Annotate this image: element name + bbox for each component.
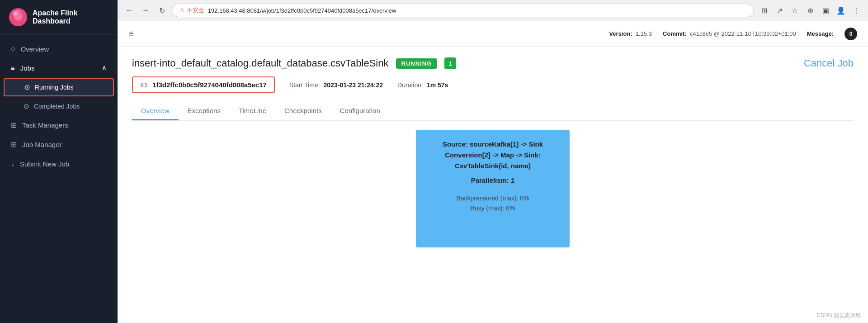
star-button[interactable]: ☆ [788, 4, 801, 17]
jobs-icon: ≡ [11, 64, 15, 72]
sidebar: Apache Flink Dashboard ○ Overview ≡ Jobs… [0, 0, 118, 323]
commit-value: c41c8e5 @ 2022-11-10T10:39:02+01:00 [690, 30, 796, 37]
forward-button[interactable]: → [139, 4, 152, 17]
duration-label: Duration: [397, 81, 423, 89]
job-duration: Duration: 1m 57s [397, 81, 448, 89]
translate-button[interactable]: ⊞ [758, 4, 770, 17]
version-value: 1.15.3 [636, 30, 652, 37]
job-id-value: 1f3d2ffc0b0c5f9274040fd008a5ec17 [152, 81, 267, 89]
overview-icon: ○ [11, 45, 15, 53]
main-content: ≡ Version: 1.15.3 Commit: c41c8e5 @ 2022… [118, 21, 868, 323]
submit-job-label: Submit New Job [20, 160, 69, 168]
jobs-label: Jobs [20, 64, 35, 72]
job-node: Source: sourceKafka[1] -> Sink Conversio… [416, 130, 570, 247]
node-busy: Busy (max): 0% [429, 203, 557, 213]
url-warning: ⚠ 不安全 [179, 6, 204, 14]
status-badge: RUNNING [396, 58, 438, 69]
start-time-label: Start Time: [289, 81, 320, 89]
duration-value: 1m 57s [427, 81, 448, 89]
profile-button[interactable]: 👤 [835, 4, 847, 17]
sidebar-header: Apache Flink Dashboard [0, 0, 118, 35]
job-manager-icon: ⊞ [11, 140, 17, 149]
version-info: Version: 1.15.3 [609, 30, 652, 37]
sidebar-item-completed-jobs[interactable]: ⊙ Completed Jobs [0, 97, 118, 115]
job-detail: insert-into_default_catalog.default_data… [118, 47, 868, 323]
submit-job-icon: ↓ [11, 160, 14, 168]
extension-button[interactable]: ⊕ [804, 4, 816, 17]
job-id-box: ID: 1f3d2ffc0b0c5f9274040fd008a5ec17 [132, 76, 275, 93]
top-header: ≡ Version: 1.15.3 Commit: c41c8e5 @ 2022… [118, 21, 868, 47]
job-manager-label: Job Manager [22, 141, 62, 148]
sidebar-item-running-jobs[interactable]: ⊙ Running Jobs [4, 78, 114, 96]
start-time-value: 2023-01-23 21:24:22 [324, 81, 383, 89]
task-managers-label: Task Managers [22, 121, 68, 129]
cancel-job-button[interactable]: Cancel Job [804, 57, 854, 69]
browser-bar: ← → ↻ ⚠ 不安全 192.168.43.48:8081/#/job/1f3… [118, 0, 868, 21]
sidebar-item-label: Overview [21, 45, 49, 53]
job-start-time: Start Time: 2023-01-23 21:24:22 [289, 81, 383, 89]
sidebar-item-jobs[interactable]: ≡ Jobs ∧ [0, 58, 118, 77]
flink-logo [9, 8, 27, 26]
completed-jobs-icon: ⊙ [24, 102, 29, 110]
node-parallelism: Parallelism: 1 [429, 175, 557, 186]
job-graph-area: Source: sourceKafka[1] -> Sink Conversio… [132, 130, 854, 247]
tab-timeline[interactable]: TimeLine [230, 102, 275, 120]
back-button[interactable]: ← [123, 4, 136, 17]
sidebar-item-overview[interactable]: ○ Overview [0, 39, 118, 58]
sidebar-title: Apache Flink Dashboard [33, 9, 108, 25]
sidebar-item-submit-new-job[interactable]: ↓ Submit New Job [0, 154, 118, 173]
browser-actions: ⊞ ↗ ☆ ⊕ ▣ 👤 ⋮ [758, 4, 863, 17]
job-title-row: insert-into_default_catalog.default_data… [132, 57, 854, 69]
completed-jobs-label: Completed Jobs [34, 103, 80, 110]
share-button[interactable]: ↗ [773, 4, 786, 17]
message-info: Message: [807, 30, 834, 37]
tabs-bar: Overview Exceptions TimeLine Checkpoints… [132, 102, 854, 121]
jobs-arrow-icon: ∧ [102, 64, 107, 72]
browser-frame: ← → ↻ ⚠ 不安全 192.168.43.48:8081/#/job/1f3… [118, 0, 868, 323]
svg-point-2 [13, 11, 18, 16]
parallelism-badge: 1 [444, 57, 456, 69]
message-label: Message: [807, 30, 834, 37]
svg-point-3 [19, 11, 23, 14]
job-title: insert-into_default_catalog.default_data… [132, 57, 389, 69]
message-badge[interactable]: 0 [844, 28, 857, 40]
sidebar-item-task-managers[interactable]: ⊞ Task Managers [0, 115, 118, 135]
sidebar-item-job-manager[interactable]: ⊞ Job Manager [0, 135, 118, 154]
watermark: CSDN @皮皮冰燃 [816, 312, 861, 319]
task-managers-icon: ⊞ [11, 121, 17, 129]
url-text: 192.168.43.48:8081/#/job/1f3d2ffc0b0c5f9… [208, 7, 396, 14]
sidebar-nav: ○ Overview ≡ Jobs ∧ ⊙ Running Jobs ⊙ Com… [0, 35, 118, 323]
header-info: Version: 1.15.3 Commit: c41c8e5 @ 2022-1… [609, 28, 857, 40]
commit-info: Commit: c41c8e5 @ 2022-11-10T10:39:02+01… [663, 30, 796, 37]
running-jobs-icon: ⊙ [24, 83, 30, 91]
running-jobs-label: Running Jobs [35, 84, 74, 91]
tab-overview[interactable]: Overview [132, 102, 179, 120]
node-description: Source: sourceKafka[1] -> Sink Conversio… [429, 139, 557, 171]
node-backpressured: Backpressured (max): 0% [429, 193, 557, 203]
menu-button[interactable]: ⋮ [850, 4, 863, 17]
tab-exceptions[interactable]: Exceptions [179, 102, 230, 120]
version-label: Version: [609, 30, 632, 37]
commit-label: Commit: [663, 30, 687, 37]
job-meta-row: ID: 1f3d2ffc0b0c5f9274040fd008a5ec17 Sta… [132, 76, 854, 93]
hamburger-button[interactable]: ≡ [128, 28, 134, 39]
tab-checkpoints[interactable]: Checkpoints [275, 102, 331, 120]
job-id-label: ID: [140, 81, 149, 89]
window-button[interactable]: ▣ [819, 4, 832, 17]
tab-configuration[interactable]: Configuration [331, 102, 389, 120]
url-bar[interactable]: ⚠ 不安全 192.168.43.48:8081/#/job/1f3d2ffc0… [172, 4, 754, 17]
refresh-button[interactable]: ↻ [156, 4, 168, 17]
